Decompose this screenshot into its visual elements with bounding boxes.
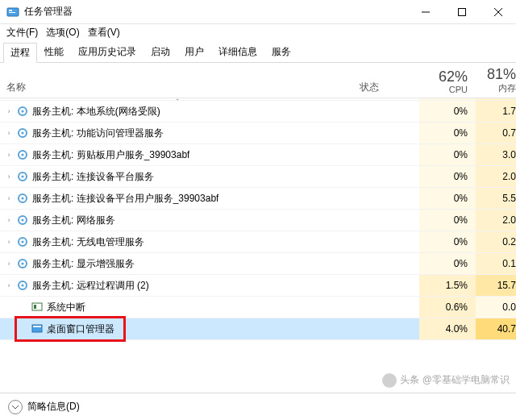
task-manager-window: 任务管理器 文件(F) 选项(O) 查看(V) 进程性能应用历史记录启动用户详细… [0, 0, 516, 420]
process-cpu: 4.0% [419, 318, 476, 339]
process-name: 系统中断 [47, 301, 85, 314]
process-memory: 2.0 [476, 166, 516, 187]
process-list[interactable]: ›服务主机: 本地系统0%0.5›服务主机: 本地系统(网络受限)0%1.7›服… [0, 98, 516, 393]
chevron-right-icon[interactable]: › [6, 151, 12, 159]
column-header-row: ⌃ 名称 状态 62% CPU 81% 内存 [0, 63, 516, 98]
process-name: 服务主机: 连接设备平台服务 [32, 170, 154, 184]
svg-point-26 [21, 284, 23, 286]
menu-options[interactable]: 选项(O) [44, 25, 81, 40]
gear-icon [16, 192, 29, 205]
watermark: 头条 @零基础学电脑常识 [382, 373, 510, 388]
process-row[interactable]: 系统中断0.6%0.0 [0, 297, 516, 318]
svg-point-24 [21, 262, 23, 264]
column-cpu[interactable]: 62% CPU [419, 69, 476, 98]
process-memory: 40.7 [476, 318, 516, 339]
memory-percent: 81% [487, 67, 516, 81]
process-memory: 0.5 [476, 98, 516, 100]
svg-point-20 [21, 218, 23, 221]
process-cpu: 0% [419, 101, 476, 122]
svg-rect-27 [32, 303, 42, 310]
process-cpu: 0% [419, 188, 476, 209]
gear-icon [16, 214, 29, 227]
chevron-right-icon[interactable]: › [6, 194, 12, 202]
column-name[interactable]: ⌃ 名称 [0, 94, 355, 98]
process-cpu: 0.6% [419, 297, 476, 318]
column-name-label: 名称 [6, 81, 26, 94]
tab-1[interactable]: 性能 [37, 42, 71, 62]
process-cpu: 0% [419, 253, 476, 274]
process-memory: 0.7 [476, 123, 516, 143]
tab-2[interactable]: 应用历史记录 [71, 42, 144, 62]
tab-5[interactable]: 详细信息 [211, 42, 264, 62]
footer-label[interactable]: 简略信息(D) [27, 400, 80, 414]
gear-icon [16, 127, 29, 139]
tab-3[interactable]: 启动 [144, 42, 177, 62]
process-row[interactable]: ›服务主机: 连接设备平台服务0%2.0 [0, 166, 516, 188]
chevron-right-icon[interactable]: › [6, 281, 12, 289]
chevron-right-icon[interactable]: › [6, 238, 12, 246]
column-memory[interactable]: 81% 内存 [476, 67, 516, 98]
process-row[interactable]: ›服务主机: 网络服务0%2.0 [0, 210, 516, 231]
process-cpu: 0% [419, 144, 476, 165]
svg-rect-4 [458, 8, 465, 15]
svg-rect-1 [9, 10, 12, 11]
gear-icon [16, 170, 29, 183]
process-memory: 0.2 [476, 231, 516, 252]
tab-6[interactable]: 服务 [264, 42, 298, 62]
process-memory: 15.7 [476, 275, 516, 296]
chevron-right-icon[interactable]: › [6, 107, 12, 115]
process-row[interactable]: ›服务主机: 连接设备平台用户服务_39903abf0%5.5 [0, 188, 516, 210]
dwm-icon [31, 322, 44, 335]
menu-file[interactable]: 文件(F) [5, 25, 40, 40]
process-row[interactable]: ›服务主机: 无线电管理服务0%0.2 [0, 231, 516, 253]
watermark-text: 头条 @零基础学电脑常识 [400, 374, 510, 385]
svg-point-12 [21, 131, 23, 134]
menu-view[interactable]: 查看(V) [86, 25, 122, 40]
minimize-button[interactable] [407, 0, 443, 24]
process-name: 服务主机: 功能访问管理器服务 [32, 127, 164, 140]
svg-point-22 [21, 240, 23, 243]
column-status[interactable]: 状态 [355, 81, 419, 98]
chevron-right-icon[interactable]: › [6, 260, 12, 268]
tab-0[interactable]: 进程 [3, 43, 37, 63]
process-row[interactable]: ›服务主机: 显示增强服务0%0.1 [0, 253, 516, 275]
process-memory: 2.0 [476, 210, 516, 231]
chevron-right-icon[interactable]: › [6, 129, 12, 137]
gear-icon [16, 98, 29, 100]
svg-point-14 [21, 153, 23, 156]
process-memory: 5.5 [476, 188, 516, 209]
process-cpu: 0% [419, 210, 476, 231]
expand-details-icon[interactable] [8, 400, 23, 414]
chevron-right-icon[interactable]: › [6, 173, 12, 181]
process-row[interactable]: ›服务主机: 远程过程调用 (2)1.5%15.7 [0, 275, 516, 297]
process-row[interactable]: ›服务主机: 剪贴板用户服务_39903abf0%3.0 [0, 144, 516, 166]
tab-4[interactable]: 用户 [177, 42, 211, 62]
process-name: 服务主机: 网络服务 [32, 214, 115, 227]
app-icon [6, 6, 19, 19]
titlebar[interactable]: 任务管理器 [0, 0, 516, 24]
svg-point-10 [21, 110, 23, 112]
process-name: 服务主机: 剪贴板用户服务_39903abf [32, 148, 189, 162]
process-name: 服务主机: 无线电管理服务 [32, 235, 144, 249]
close-button[interactable] [480, 0, 516, 24]
process-name: 桌面窗口管理器 [47, 322, 114, 336]
process-name: 服务主机: 本地系统(网络受限) [32, 105, 160, 119]
process-name: 服务主机: 本地系统 [32, 98, 115, 100]
cpu-label: CPU [449, 85, 468, 94]
svg-point-18 [21, 197, 23, 199]
process-row[interactable]: ›服务主机: 功能访问管理器服务0%0.7 [0, 123, 516, 144]
menubar: 文件(F) 选项(O) 查看(V) [0, 24, 516, 40]
window-title: 任务管理器 [24, 5, 407, 19]
process-memory: 0.0 [476, 297, 516, 318]
maximize-button[interactable] [443, 0, 480, 24]
process-cpu: 0% [419, 98, 476, 100]
process-row[interactable]: ›服务主机: 本地系统(网络受限)0%1.7 [0, 101, 516, 123]
process-name: 服务主机: 连接设备平台用户服务_39903abf [32, 192, 218, 206]
process-name: 服务主机: 显示增强服务 [32, 257, 135, 271]
gear-icon [16, 148, 29, 161]
process-memory: 1.7 [476, 101, 516, 122]
watermark-avatar [382, 373, 397, 388]
tab-strip: 进程性能应用历史记录启动用户详细信息服务 [0, 40, 516, 63]
chevron-right-icon[interactable]: › [6, 216, 12, 224]
process-row[interactable]: 桌面窗口管理器4.0%40.7 [0, 318, 516, 340]
